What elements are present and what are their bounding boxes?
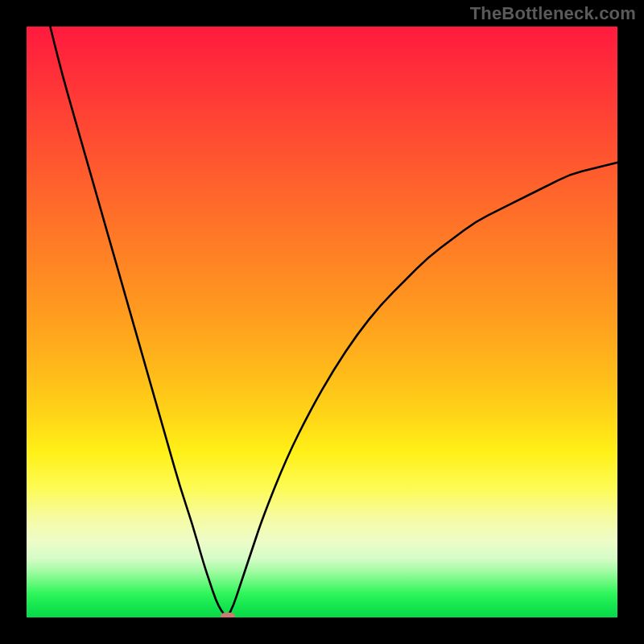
curve-path (50, 27, 617, 616)
chart-frame: TheBottleneck.com (0, 0, 644, 644)
bottleneck-curve (27, 27, 617, 617)
optimal-point-marker (221, 613, 235, 617)
plot-area (27, 27, 617, 617)
watermark-text: TheBottleneck.com (470, 3, 636, 24)
